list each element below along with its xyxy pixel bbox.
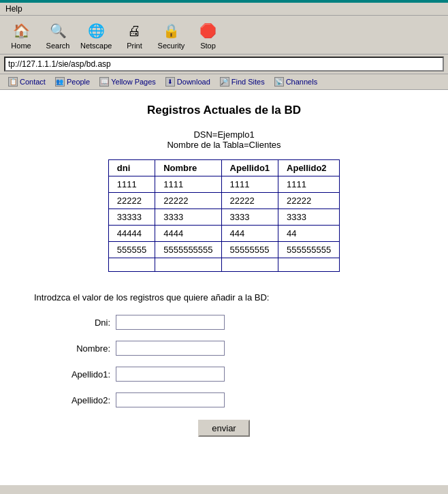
table-cell [221,258,278,272]
table-row: 22222222222222222222 [108,193,339,209]
table-cell: 555555555 [278,242,340,258]
address-input[interactable] [4,57,444,72]
contact-icon: 📋 [8,77,18,87]
table-cell: 44 [278,226,340,242]
form-row-apellido1: Apellido1: [34,367,414,382]
bookmark-yellow-pages[interactable]: 📖 Yellow Pages [95,76,160,88]
home-icon: 🏠 [10,20,32,42]
people-icon: 👥 [55,77,65,87]
label-dni: Dni: [61,318,116,328]
input-apellido2[interactable] [116,392,225,407]
yellow-pages-icon: 📖 [99,77,109,87]
db-dsn: DSN=Ejemplo1 Nombre de la Tabla=Clientes [20,129,428,150]
table-row: 33333333333333333 [108,209,339,226]
table-cell: 44444 [108,226,155,242]
content-area: Registros Actuales de la BD DSN=Ejemplo1… [0,90,448,485]
table-row [108,258,339,272]
table-cell: 22222 [155,193,221,209]
bookmark-people[interactable]: 👥 People [51,76,94,88]
toolbar-stop[interactable]: 🛑 Stop [191,18,225,51]
label-apellido2: Apellido2: [61,395,116,405]
bookmark-channels[interactable]: 📡 Channels [270,76,321,88]
print-icon: 🖨 [123,20,145,42]
table-cell: 1111 [278,176,340,193]
form-section: Introdzca el valor de los registros que … [20,292,428,437]
menu-bar: Help [0,3,448,16]
form-row-nombre: Nombre: [34,341,414,356]
toolbar: 🏠 Home 🔍 Search 🌐 Netscape 🖨 Print 🔒 Sec… [0,16,448,55]
table-cell: 22222 [108,193,155,209]
input-apellido1[interactable] [116,367,225,382]
submit-button[interactable]: enviar [198,420,249,437]
input-nombre[interactable] [116,341,225,356]
table-cell: 22222 [278,193,340,209]
input-dni[interactable] [116,315,225,330]
label-nombre: Nombre: [61,343,116,354]
col-header-apellido1: Apellido1 [221,160,278,176]
table-cell: 22222 [221,193,278,209]
bookmark-find-sites[interactable]: 🔎 Find Sites [216,76,269,88]
toolbar-security[interactable]: 🔒 Security [154,18,188,51]
table-cell: 55555555 [221,242,278,258]
page-title: Registros Actuales de la BD [20,104,428,117]
table-cell: 3333 [155,209,221,226]
table-cell: 3333 [221,209,278,226]
download-icon: ⬇ [165,77,175,87]
col-header-dni: dni [108,160,155,176]
toolbar-home[interactable]: 🏠 Home [4,18,38,51]
table-cell: 1111 [221,176,278,193]
table-cell [278,258,340,272]
address-bar [0,55,448,74]
table-row: 1111111111111111 [108,176,339,193]
col-header-apellido2: Apellido2 [278,160,340,176]
netscape-icon: 🌐 [85,20,107,42]
label-apellido1: Apellido1: [61,369,116,380]
menu-help[interactable]: Help [3,3,25,15]
table-cell: 5555555555 [155,242,221,258]
bookmark-contact[interactable]: 📋 Contact [4,76,50,88]
table-cell [155,258,221,272]
find-sites-icon: 🔎 [220,77,229,87]
table-cell: 555555 [108,242,155,258]
channels-icon: 📡 [274,77,284,87]
table-cell: 4444 [155,226,221,242]
bookmarks-bar: 📋 Contact 👥 People 📖 Yellow Pages ⬇ Down… [0,74,448,90]
form-intro: Introdzca el valor de los registros que … [34,292,414,303]
bookmark-download[interactable]: ⬇ Download [161,76,214,88]
submit-row: enviar [34,420,414,437]
table-cell: 444 [221,226,278,242]
table-cell: 3333 [278,209,340,226]
toolbar-netscape[interactable]: 🌐 Netscape [78,18,114,51]
stop-icon: 🛑 [197,20,219,42]
toolbar-print[interactable]: 🖨 Print [117,18,151,51]
table-cell: 1111 [155,176,221,193]
search-icon: 🔍 [47,20,69,42]
table-cell [108,258,155,272]
table-cell: 33333 [108,209,155,226]
table-row: 555555555555555555555555555555555 [108,242,339,258]
toolbar-search[interactable]: 🔍 Search [41,18,75,51]
table-cell: 1111 [108,176,155,193]
col-header-nombre: Nombre [155,160,221,176]
data-table: dni Nombre Apellido1 Apellido2 111111111… [108,159,340,272]
form-row-apellido2: Apellido2: [34,392,414,407]
table-row: 44444444444444 [108,226,339,242]
form-row-dni: Dni: [34,315,414,330]
security-icon: 🔒 [160,20,182,42]
